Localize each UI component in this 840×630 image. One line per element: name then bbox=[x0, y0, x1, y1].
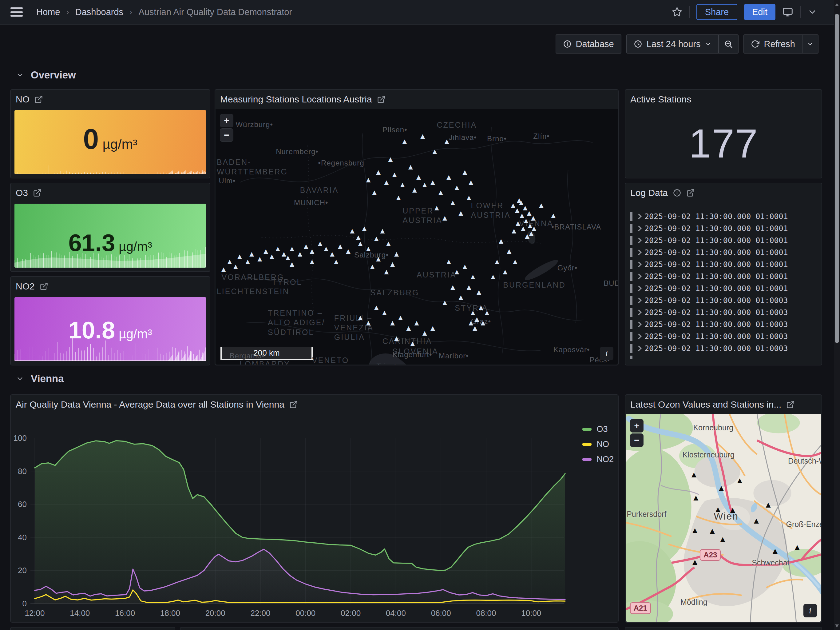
station-marker[interactable]: ▲ bbox=[399, 181, 406, 188]
station-marker[interactable]: ▲ bbox=[411, 186, 418, 194]
station-marker[interactable]: ▲ bbox=[708, 527, 717, 535]
station-marker[interactable]: ▲ bbox=[393, 334, 400, 342]
station-marker[interactable]: ▲ bbox=[379, 227, 386, 235]
station-marker[interactable]: ▲ bbox=[445, 173, 453, 181]
share-button[interactable]: Share bbox=[696, 4, 737, 20]
refresh-interval-dropdown[interactable] bbox=[802, 35, 818, 54]
station-marker[interactable]: ▲ bbox=[365, 319, 373, 327]
station-marker[interactable]: ▲ bbox=[441, 214, 448, 222]
station-marker[interactable]: ▲ bbox=[793, 543, 801, 552]
station-marker[interactable]: ▲ bbox=[357, 240, 364, 247]
station-marker[interactable]: ▲ bbox=[388, 260, 396, 268]
station-marker[interactable]: ▲ bbox=[385, 240, 392, 247]
log-expand-chevron-icon[interactable] bbox=[636, 345, 641, 351]
external-link-icon[interactable] bbox=[39, 282, 48, 291]
station-marker[interactable]: ▲ bbox=[308, 258, 316, 266]
legend-item-NO2[interactable]: NO2 bbox=[583, 455, 614, 464]
zoom-in-button[interactable]: + bbox=[220, 114, 234, 127]
external-link-icon[interactable] bbox=[786, 400, 795, 409]
station-marker[interactable]: ▲ bbox=[483, 309, 491, 317]
log-expand-chevron-icon[interactable] bbox=[636, 214, 641, 219]
station-marker[interactable]: ▲ bbox=[515, 196, 523, 204]
station-marker[interactable]: ▲ bbox=[383, 268, 390, 275]
station-marker[interactable]: ▲ bbox=[752, 517, 760, 525]
station-marker[interactable]: ▲ bbox=[415, 173, 422, 181]
station-marker[interactable]: ▲ bbox=[489, 273, 497, 280]
log-row[interactable]: 2025-09-02 11:30:00.000 01:0003 bbox=[630, 342, 818, 355]
station-marker[interactable]: ▲ bbox=[691, 558, 699, 566]
station-marker[interactable]: ▲ bbox=[248, 250, 256, 258]
station-marker[interactable]: ▲ bbox=[692, 494, 700, 502]
station-marker[interactable]: ▲ bbox=[429, 324, 437, 332]
info-circle-icon[interactable] bbox=[673, 188, 681, 197]
section-vienna[interactable]: Vienna bbox=[16, 373, 64, 385]
scrollbar-down-arrow[interactable] bbox=[835, 624, 839, 628]
station-marker[interactable]: ▲ bbox=[308, 247, 316, 255]
station-marker[interactable]: ▲ bbox=[419, 132, 426, 140]
station-marker[interactable]: ▲ bbox=[471, 324, 479, 332]
external-link-icon[interactable] bbox=[289, 400, 298, 409]
station-marker[interactable]: ▲ bbox=[505, 247, 513, 255]
station-marker[interactable]: ▲ bbox=[549, 212, 557, 219]
station-marker[interactable]: ▲ bbox=[268, 253, 276, 260]
station-marker[interactable]: ▲ bbox=[391, 171, 398, 179]
station-marker[interactable]: ▲ bbox=[519, 225, 527, 232]
station-marker[interactable]: ▲ bbox=[537, 201, 545, 209]
station-marker[interactable]: ▲ bbox=[328, 250, 336, 258]
station-marker[interactable]: ▲ bbox=[381, 309, 388, 317]
station-marker[interactable]: ▲ bbox=[465, 194, 473, 201]
external-link-icon[interactable] bbox=[686, 188, 695, 197]
map-attribution-button[interactable]: i bbox=[804, 604, 817, 617]
station-marker[interactable]: ▲ bbox=[383, 179, 390, 186]
star-icon[interactable] bbox=[672, 7, 682, 17]
refresh-button[interactable]: Refresh bbox=[744, 35, 802, 54]
external-link-icon[interactable] bbox=[35, 95, 43, 104]
scrollbar-up-arrow[interactable] bbox=[835, 3, 839, 6]
station-marker[interactable]: ▲ bbox=[531, 225, 538, 232]
station-marker[interactable]: ▲ bbox=[453, 184, 461, 192]
station-marker[interactable]: ▲ bbox=[256, 255, 264, 263]
station-marker[interactable]: ▲ bbox=[437, 188, 445, 196]
nav-chevron-down-icon[interactable] bbox=[807, 7, 817, 17]
log-row[interactable]: 2025-09-02 11:30:00.000 01:0003 bbox=[630, 294, 818, 306]
station-marker[interactable]: ▲ bbox=[236, 253, 243, 260]
log-expand-chevron-icon[interactable] bbox=[636, 334, 641, 339]
station-marker[interactable]: ▲ bbox=[469, 273, 477, 280]
zoom-out-button[interactable]: − bbox=[220, 128, 234, 142]
station-marker[interactable]: ▲ bbox=[736, 476, 744, 484]
station-marker[interactable]: ▲ bbox=[461, 263, 469, 271]
station-marker[interactable]: ▲ bbox=[497, 237, 505, 245]
log-row[interactable]: 2025-09-02 11:30:00.000 01:0001 bbox=[630, 258, 818, 271]
station-marker[interactable]: ▲ bbox=[296, 250, 304, 258]
station-marker[interactable]: ▲ bbox=[479, 319, 487, 327]
log-row[interactable]: 2025-09-02 11:30:00.000 01:0003 bbox=[630, 306, 818, 318]
station-marker[interactable]: ▲ bbox=[453, 268, 461, 275]
station-marker[interactable]: ▲ bbox=[373, 235, 381, 242]
station-marker[interactable]: ▲ bbox=[361, 225, 368, 232]
station-marker[interactable]: ▲ bbox=[288, 245, 296, 253]
log-row[interactable]: 2025-09-02 11:30:00.000 01:0001 bbox=[630, 246, 818, 258]
station-marker[interactable]: ▲ bbox=[493, 258, 501, 266]
station-marker[interactable]: ▲ bbox=[467, 179, 475, 186]
station-marker[interactable]: ▲ bbox=[523, 232, 531, 240]
station-marker[interactable]: ▲ bbox=[374, 168, 382, 176]
log-row[interactable]: 2025-09-02 11:30:00.000 01:0001 bbox=[630, 282, 818, 294]
station-marker[interactable]: ▲ bbox=[431, 148, 439, 155]
station-marker[interactable]: ▲ bbox=[717, 484, 726, 492]
scrollbar-thumb[interactable] bbox=[835, 14, 839, 343]
station-marker[interactable]: ▲ bbox=[764, 500, 772, 509]
station-marker[interactable]: ▲ bbox=[371, 188, 378, 196]
station-marker[interactable]: ▲ bbox=[457, 209, 465, 217]
station-marker[interactable]: ▲ bbox=[365, 245, 373, 253]
station-marker[interactable]: ▲ bbox=[449, 283, 456, 291]
log-row[interactable]: 2025-09-02 11:30:00.000 01:0003 bbox=[630, 318, 818, 330]
station-marker[interactable]: ▲ bbox=[373, 304, 381, 311]
station-marker[interactable]: ▲ bbox=[529, 214, 537, 222]
log-expand-chevron-icon[interactable] bbox=[636, 250, 641, 255]
zoom-out-button[interactable]: − bbox=[630, 434, 644, 447]
zoom-out-time-button[interactable] bbox=[719, 35, 739, 54]
station-marker[interactable]: ▲ bbox=[445, 258, 453, 266]
breadcrumb-dashboards[interactable]: Dashboards bbox=[75, 7, 123, 17]
station-marker[interactable]: ▲ bbox=[344, 247, 352, 255]
log-expand-chevron-icon[interactable] bbox=[636, 261, 641, 267]
